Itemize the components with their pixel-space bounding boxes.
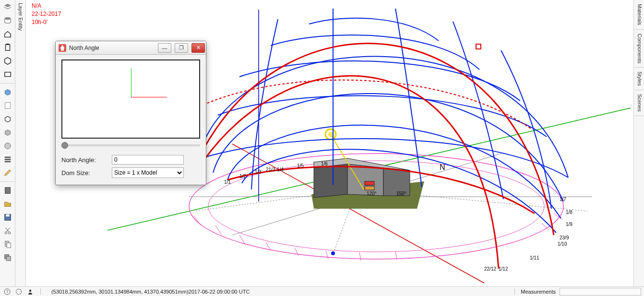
layer-entity-panel: Layer Entity: [15, 0, 26, 286]
lbl-1-9: 1/9: [566, 222, 572, 227]
north-label: N: [440, 163, 445, 172]
svg-point-49: [331, 251, 335, 255]
rect-icon[interactable]: [1, 68, 14, 81]
svg-rect-6: [4, 157, 11, 158]
help-icon[interactable]: ?: [4, 288, 11, 295]
dialog-body: North Angle: Dom Size: Size = 1 x Model …: [56, 55, 206, 185]
lbl-21-3: 21/3: [266, 167, 275, 172]
svg-marker-39: [314, 164, 347, 198]
sphere-icon[interactable]: [1, 140, 14, 152]
lbl-1-6: 1/6: [321, 161, 328, 166]
sketchup-app-icon: [59, 44, 66, 52]
lbl-1-2: 1/2: [239, 174, 246, 179]
north-angle-input[interactable]: [112, 155, 184, 165]
compass-green-axis: [131, 68, 131, 97]
measurements-input[interactable]: [560, 288, 641, 296]
lbl-1-5: 1/5: [297, 163, 304, 168]
dom-size-label: Dom Size:: [61, 169, 112, 177]
stack-icon[interactable]: [1, 251, 14, 264]
status-coords: (53018.256392mm, 30101.134984mm, 41370.4…: [51, 289, 250, 295]
hexagon-icon[interactable]: [1, 55, 14, 67]
svg-rect-11: [6, 214, 9, 217]
compass-red-axis: [131, 97, 167, 97]
svg-point-5: [4, 143, 11, 149]
svg-point-13: [8, 232, 11, 234]
svg-point-53: [29, 289, 32, 292]
svg-point-47: [328, 132, 333, 137]
svg-rect-44: [365, 181, 374, 185]
angle-120: 120°: [367, 191, 377, 196]
lbl-1-3: 1/3: [255, 169, 262, 175]
svg-text:?: ?: [6, 289, 8, 294]
lbl-1-12: 1/12: [499, 266, 508, 272]
north-angle-label: North Angle:: [61, 156, 112, 164]
building: [314, 158, 410, 198]
clipboard-icon[interactable]: [1, 41, 14, 54]
tray-styles[interactable]: Styles: [634, 68, 644, 90]
maximize-button[interactable]: ❐: [175, 43, 188, 53]
svg-line-34: [359, 252, 361, 260]
svg-point-0: [4, 17, 11, 20]
paste-icon[interactable]: [1, 238, 14, 250]
svg-marker-40: [347, 164, 383, 196]
dom-size-select[interactable]: Size = 1 x Model Size = 2 x Model Size =…: [112, 167, 184, 178]
database-icon[interactable]: [1, 14, 14, 27]
lbl-1-7: 1/7: [560, 197, 566, 202]
svg-point-52: [16, 289, 22, 294]
cube-blue-icon[interactable]: [1, 86, 14, 98]
sheet-icon[interactable]: [1, 99, 14, 112]
layer-entity-label: Layer Entity: [18, 3, 24, 31]
model-viewport[interactable]: N/A 22-12-2017 10h-0': [26, 0, 633, 286]
right-trays: Materials Components Styles Scenes: [633, 0, 644, 286]
lbl-1-11: 1/11: [530, 255, 539, 260]
svg-rect-2: [6, 44, 9, 45]
north-angle-slider[interactable]: [61, 144, 200, 146]
svg-rect-4: [5, 103, 10, 109]
lbl-1-1: 1/1: [224, 179, 231, 185]
tray-materials[interactable]: Materials: [634, 0, 644, 30]
svg-rect-1: [5, 45, 10, 51]
dialog-titlebar[interactable]: North Angle — ❐ ✕: [56, 41, 206, 55]
floppy-icon[interactable]: [1, 211, 14, 224]
north-angle-dialog[interactable]: North Angle — ❐ ✕ North Angle: Dom Size:…: [55, 41, 206, 185]
left-toolbar: [0, 0, 15, 286]
status-bar: ? (53018.256392mm, 30101.134984mm, 41370…: [0, 286, 644, 296]
close-button[interactable]: ✕: [191, 43, 205, 53]
angle-150: 150°: [396, 191, 406, 196]
lbl-1-10: 1/10: [558, 241, 567, 247]
compass-preview: [61, 59, 200, 139]
stripes-icon[interactable]: [1, 153, 14, 166]
lbl-22-12: 22/12: [484, 266, 496, 272]
tray-scenes[interactable]: Scenes: [634, 90, 644, 116]
svg-rect-3: [4, 72, 11, 77]
person-icon[interactable]: [27, 288, 34, 295]
svg-line-35: [395, 251, 397, 260]
tray-components[interactable]: Components: [634, 30, 644, 68]
svg-line-32: [295, 248, 298, 256]
svg-rect-43: [365, 186, 374, 190]
svg-line-28: [194, 216, 201, 225]
lbl-23-9: 23/9: [560, 235, 569, 240]
lbl-1-8: 1/8: [566, 210, 572, 215]
measurements-label: Measurements: [521, 289, 556, 295]
svg-rect-8: [4, 161, 11, 163]
cube-gray-icon[interactable]: [1, 126, 14, 139]
cut-icon[interactable]: [1, 225, 14, 237]
svg-rect-7: [4, 159, 11, 160]
cube-outline-icon[interactable]: [1, 113, 14, 125]
dialog-title: North Angle: [69, 45, 99, 51]
home-icon[interactable]: [1, 28, 14, 40]
svg-rect-17: [6, 256, 11, 260]
minimize-button[interactable]: —: [158, 43, 171, 53]
geo-icon[interactable]: [15, 288, 22, 295]
open-icon[interactable]: [1, 198, 14, 210]
pencil-icon[interactable]: [1, 166, 14, 179]
svg-rect-15: [7, 243, 11, 248]
layers-icon[interactable]: [1, 1, 14, 13]
svg-line-33: [326, 251, 328, 259]
svg-rect-9: [5, 188, 10, 194]
svg-rect-48: [476, 44, 481, 49]
svg-point-12: [5, 232, 7, 234]
lbl-1-4: 1/4: [277, 167, 284, 172]
book-icon[interactable]: [1, 184, 14, 197]
